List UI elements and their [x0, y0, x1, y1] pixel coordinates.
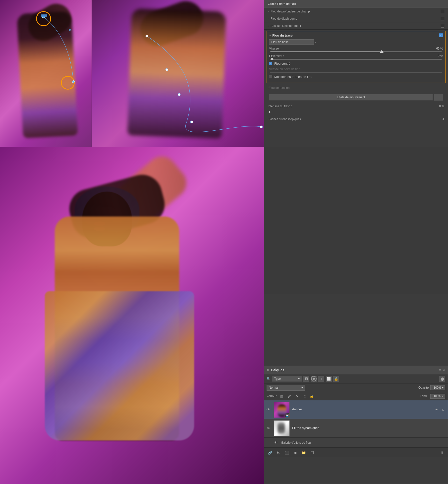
layer-galerie-visibility[interactable]: 👁 — [274, 441, 279, 445]
modifier-formes-label: Modifier les formes de flou — [274, 75, 312, 79]
svg-point-1 — [69, 29, 71, 31]
lock-pixels-icon[interactable]: ▦ — [279, 393, 284, 399]
blend-mode-dropdown[interactable]: Normal ▾ — [267, 385, 305, 391]
lock-move-icon[interactable]: ✥ — [294, 393, 299, 399]
blur-trace-checkbox[interactable]: ✓ — [439, 33, 443, 37]
layers-panel-header: × Calques ≡ « — [264, 366, 448, 374]
blur-trace-header: ∨ Flou du tracé ✓ — [269, 33, 443, 37]
vitesse-fin-slider — [269, 72, 443, 73]
dropdown-arrow-icon: ▾ — [315, 41, 316, 44]
filter-type-dropdown[interactable]: Type ▾ — [272, 376, 302, 381]
effilement-value: 0 % — [433, 54, 443, 58]
flash-value: 0 % — [439, 105, 444, 108]
blur-tool-iris[interactable]: › Flou de diaphragme — [264, 15, 448, 22]
layer-dancer-thumbnail: 💾 — [274, 402, 290, 418]
bottom-image-panel — [0, 147, 264, 484]
adjustment-layer-icon[interactable]: ◉ — [292, 449, 298, 456]
layer-dancer[interactable]: 👁 💾 dancer 👁 ∧ — [264, 400, 448, 419]
search-icon: 🔍 — [267, 377, 271, 381]
new-group-icon[interactable]: 📁 — [300, 449, 307, 456]
fx-icon[interactable]: fx — [275, 449, 281, 456]
layers-menu-icon[interactable]: ≡ — [439, 368, 441, 372]
blur-rotation-row[interactable]: › Flou de rotation — [264, 84, 448, 91]
motion-effects-extra-button[interactable] — [434, 94, 443, 101]
blur-depth-checkbox[interactable] — [441, 10, 444, 13]
effilement-slider-container[interactable] — [269, 59, 443, 60]
add-mask-icon[interactable]: ⬛ — [283, 449, 290, 456]
layer-dancer-expand[interactable]: ∧ — [440, 407, 445, 412]
effilement-slider-thumb[interactable] — [270, 57, 274, 60]
filter-icon-image[interactable]: 🖼 — [303, 376, 309, 382]
vitesse-fin-track — [270, 72, 442, 73]
blur-trace-title: Flou du tracé — [272, 34, 293, 37]
vitesse-slider-thumb[interactable] — [380, 50, 384, 53]
lock-label: Verrou : — [267, 394, 277, 398]
svg-point-7 — [190, 121, 193, 123]
svg-rect-3 — [41, 14, 47, 17]
layer-filtres-dynamiques[interactable]: 👁 Filtres dynamiques — [264, 419, 448, 438]
layer-galerie-label: Galerie d'effets de flou — [281, 441, 445, 444]
effilement-slider-track[interactable] — [270, 59, 442, 60]
layer-dancer-badge: 💾 — [285, 413, 289, 418]
motion-effects-button[interactable]: Effets de mouvement — [269, 94, 433, 101]
delete-layer-icon[interactable]: 🗑 — [439, 449, 445, 456]
filter-icon-adjust[interactable] — [311, 376, 317, 382]
new-layer-icon[interactable]: ❐ — [309, 449, 315, 456]
lock-paint-icon[interactable]: 🖌 — [286, 393, 292, 399]
blur-tool-depth[interactable]: › Flou de profondeur de champ — [264, 8, 448, 15]
motion-effects-row: Effets de mouvement — [267, 93, 446, 102]
blur-tools-panel: Outils Effets de flou › Flou de profonde… — [264, 0, 448, 147]
collapse-arrow-trace[interactable]: ∨ — [269, 34, 271, 37]
opacity-label: Opacité : — [418, 386, 430, 389]
fond-value[interactable]: 100% ▾ — [430, 394, 445, 399]
vitesse-slider-track[interactable] — [270, 51, 442, 52]
layers-collapse-button[interactable]: « — [443, 368, 445, 372]
flash-label: Intensité du flash : — [268, 105, 292, 108]
opacity-value[interactable]: 100% ▾ — [430, 385, 445, 390]
vitesse-value: 65 % — [433, 47, 443, 50]
filter-icon-text[interactable]: T — [318, 376, 324, 382]
lock-all-icon[interactable]: 🔒 — [309, 393, 314, 399]
layer-dancer-visibility[interactable]: 👁 — [267, 408, 272, 412]
layers-panel-title: Calques — [271, 368, 439, 372]
fond-arrow: ▾ — [442, 394, 444, 398]
blur-tilt-checkbox[interactable] — [441, 24, 444, 28]
layers-panel: × Calques ≡ « 🔍 Type ▾ 🖼 T ⬜ 🔒 ⬤ — [264, 366, 448, 484]
close-button[interactable]: × — [267, 368, 269, 372]
layer-filtres-visibility[interactable]: 👁 — [267, 426, 272, 430]
filter-icon-shape[interactable]: ⬜ — [326, 376, 332, 382]
strobe-value: 4 — [443, 117, 444, 121]
flou-centre-checkbox[interactable]: ✓ — [269, 62, 272, 65]
path-curve-left[interactable] — [0, 0, 92, 147]
arrow-icon-iris: › — [268, 17, 269, 20]
dancer-main-figure — [25, 167, 219, 465]
link-layers-icon[interactable]: 🔗 — [267, 449, 273, 456]
layer-dancer-actions: 👁 ∧ — [434, 407, 445, 412]
lock-artboard-icon[interactable]: ⬚ — [301, 393, 307, 399]
filter-icon-smart[interactable]: 🔒 — [333, 376, 339, 382]
opacity-arrow: ▾ — [442, 386, 444, 389]
blend-mode-arrow: ▾ — [301, 386, 303, 389]
modifier-formes-checkbox[interactable] — [269, 75, 272, 78]
image-panel-right — [92, 0, 264, 147]
vitesse-slider-container[interactable] — [269, 51, 443, 52]
svg-point-5 — [166, 68, 168, 71]
flou-centre-label: Flou centré — [274, 62, 290, 65]
path-curve-right[interactable] — [92, 0, 264, 147]
layer-filtres-info: Filtres dynamiques — [292, 426, 445, 431]
svg-point-4 — [146, 35, 148, 37]
lock-bar: Verrou : ▦ 🖌 ✥ ⬚ 🔒 Fond : 100% ▾ — [264, 392, 448, 400]
blend-mode-value: Normal — [269, 386, 279, 389]
blur-tool-tilt[interactable]: › Bascule-Décentrement — [264, 22, 448, 30]
blur-iris-checkbox[interactable] — [441, 17, 444, 20]
layer-galerie-effets[interactable]: 👁 Galerie d'effets de flou — [264, 438, 448, 448]
filter-type-label: Type — [274, 377, 281, 380]
filter-icon-circle-dot[interactable]: ⬤ — [439, 376, 445, 382]
vitesse-fin-label: Vitesse du point de fin : — [269, 67, 300, 71]
blur-tools-title: Outils Effets de flou — [268, 2, 296, 6]
layer-dancer-visibility-toggle[interactable]: 👁 — [434, 407, 439, 412]
svg-point-6 — [178, 93, 180, 96]
modifier-formes-row: Modifier les formes de flou — [269, 75, 443, 79]
blur-type-select[interactable]: Flou de base Flou de contour — [269, 39, 314, 45]
strobe-label: Flashes stroboscopiques : — [268, 117, 302, 121]
